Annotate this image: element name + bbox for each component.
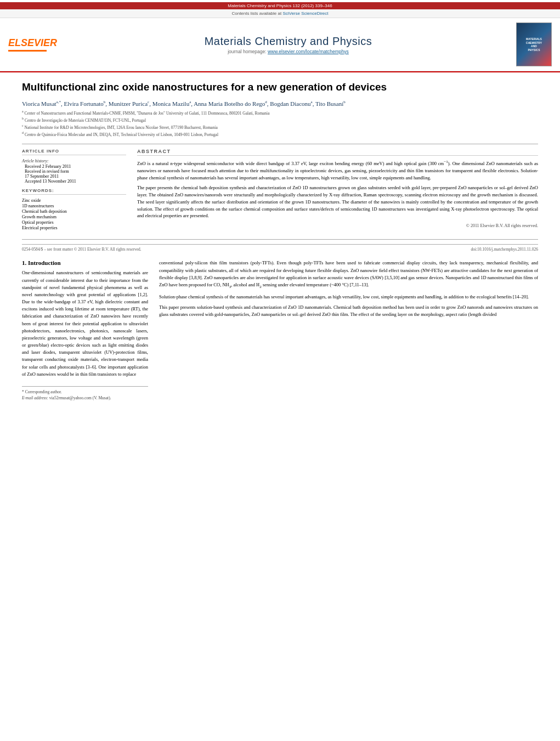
abstract-section: ABSTRACT ZnO is a natural n-type widespr… (137, 149, 538, 231)
article-meta-section: ARTICLE INFO Article history: Received 2… (22, 149, 538, 231)
journal-thumbnail: MATERIALS CHEMISTRY AND PHYSICS (516, 22, 552, 66)
homepage-link[interactable]: www.elsevier.com/locate/matchemphys (268, 49, 349, 54)
keyword-3: Chemical bath deposition (22, 209, 126, 214)
paper-title: Multifunctional zinc oxide nanostructure… (22, 81, 538, 94)
journal-nav-bar: Contents lists available at SciVerse Sci… (0, 9, 560, 18)
article-info-heading: ARTICLE INFO (22, 149, 126, 155)
abstract-text: ZnO is a natural n-type widespread semic… (137, 159, 538, 229)
keyword-1: Zinc oxide (22, 198, 126, 203)
accepted-date: Accepted 13 November 2011 (25, 179, 126, 184)
footnote-email: E-mail address: via52rmusat@yahoo.com (V… (22, 395, 148, 400)
keywords-heading: Keywords: (22, 188, 126, 195)
intro-right-para-3: This paper presents solution-based synth… (159, 304, 538, 318)
journal-homepage: journal homepage: www.elsevier.com/locat… (60, 49, 516, 54)
authors: Viorica Musata,*, Elvira Fortunatob, Mun… (22, 100, 538, 107)
intro-para-1: One-dimensional nanostructures of semico… (22, 269, 148, 378)
intro-heading: 1. Introduction (22, 259, 148, 266)
intro-right-para-1: conventional poly-silicon thin film tran… (159, 259, 538, 290)
abstract-para-2: The paper presents the chemical bath dep… (137, 184, 538, 219)
intro-right-para-2: Solution-phase chemical synthesis of the… (159, 293, 538, 301)
doi-text: doi:10.1016/j.matchemphys.2011.11.026 (471, 247, 538, 252)
copyright-line: © 2011 Elsevier B.V. All rights reserved… (137, 223, 538, 229)
section-title: Introduction (28, 259, 61, 266)
journal-citation: Materials Chemistry and Physics 132 (201… (228, 3, 332, 8)
journal-header: Materials Chemistry and Physics 132 (201… (0, 0, 560, 72)
intro-right-text: conventional poly-silicon thin film tran… (159, 259, 538, 318)
issn-text: 0254-0584/$ – see front matter © 2011 El… (22, 247, 142, 252)
journal-name-center: Materials Chemistry and Physics journal … (60, 35, 516, 54)
journal-top-bar: Materials Chemistry and Physics 132 (201… (0, 2, 560, 9)
bottom-bar: 0254-0584/$ – see front matter © 2011 El… (22, 244, 538, 254)
keyword-6: Electrical properties (22, 225, 126, 230)
divider-2 (22, 239, 538, 240)
intro-right-col: conventional poly-silicon thin film tran… (159, 259, 538, 401)
affiliations: a Center of Nanostructures and Functiona… (22, 109, 538, 137)
article-info: ARTICLE INFO Article history: Received 2… (22, 149, 126, 231)
keyword-2: 1D nanostructures (22, 203, 126, 208)
main-body: 1. Introduction One-dimensional nanostru… (22, 259, 538, 401)
nav-text: Contents lists available at (231, 11, 282, 16)
optical-gain-highlight: optical gain (404, 161, 427, 166)
intro-left-text: One-dimensional nanostructures of semico… (22, 269, 148, 378)
revised-label: Received in revised form (25, 169, 126, 174)
sciverse-link[interactable]: SciVerse ScienceDirect (282, 11, 328, 16)
revised-date: 17 September 2011 (25, 174, 126, 179)
section-number: 1. (22, 259, 26, 266)
abstract-heading: ABSTRACT (137, 149, 538, 156)
history-label: Article history: (22, 159, 126, 163)
abstract-para-1: ZnO is a natural n-type widespread semic… (137, 159, 538, 181)
received-date: Received 2 February 2011 (25, 164, 126, 169)
intro-left-col: 1. Introduction One-dimensional nanostru… (22, 259, 148, 401)
divider-1 (22, 144, 538, 144)
journal-name: Materials Chemistry and Physics (60, 35, 516, 48)
footnote-area: * Corresponding author. E-mail address: … (22, 386, 148, 400)
journal-title-area: ELSEVIER Materials Chemistry and Physics… (0, 18, 560, 71)
keyword-4: Growth mechanism (22, 214, 126, 219)
elsevier-logo: ELSEVIER (8, 37, 52, 52)
footnote-corresponding: * Corresponding author. (22, 389, 148, 394)
elsevier-logo-text: ELSEVIER (8, 37, 52, 49)
paper-content: Multifunctional zinc oxide nanostructure… (0, 72, 560, 412)
keyword-5: Optical properties (22, 220, 126, 225)
keywords-section: Keywords: Zinc oxide 1D nanostructures C… (22, 188, 126, 230)
